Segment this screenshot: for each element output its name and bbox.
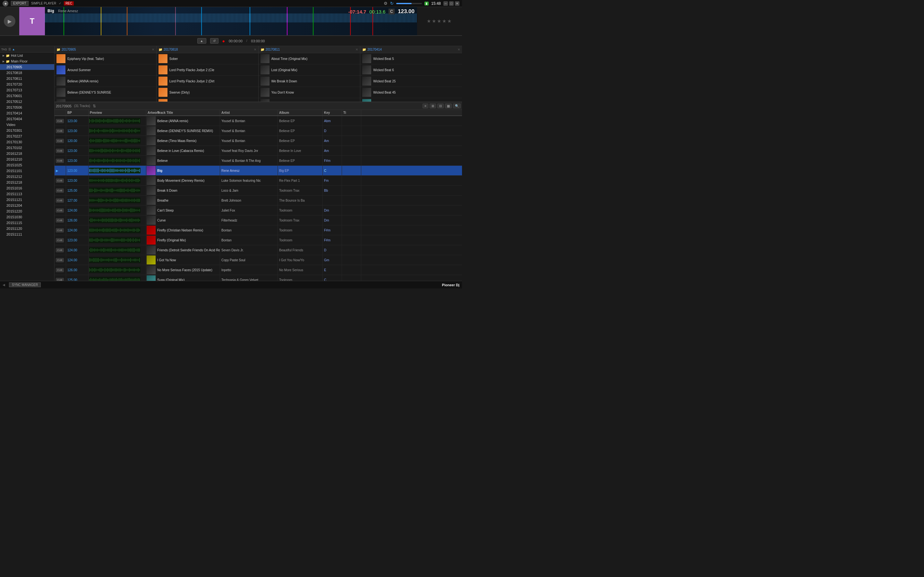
- list-item[interactable]: Lost (Original Mix): [258, 64, 360, 76]
- cue-button[interactable]: CUE: [56, 149, 64, 153]
- sidebar-item-20161218[interactable]: 20161218: [0, 151, 54, 156]
- cue-button[interactable]: CUE: [56, 238, 64, 242]
- table-row[interactable]: ▶ 123.00 Big Rene Amesz Big EP C: [55, 166, 462, 176]
- up-arrow-button[interactable]: ▲: [197, 38, 206, 44]
- pane-close-4[interactable]: ✕: [457, 48, 460, 51]
- list-item[interactable]: We Break It Down: [258, 76, 360, 87]
- th-title[interactable]: Track Title: [156, 110, 220, 115]
- sidebar-item-main floor[interactable]: ▶📁Main Floor: [0, 58, 54, 64]
- sync-manager-button[interactable]: SYNC MANAGER: [9, 282, 41, 287]
- sidebar-item-20170720[interactable]: 20170720: [0, 81, 54, 87]
- list-item[interactable]: Lord Pretty Flacko Jodye 2 (Cle: [157, 64, 258, 76]
- cue-button[interactable]: CUE: [56, 189, 64, 193]
- cue-button[interactable]: CUE: [56, 278, 64, 281]
- sidebar-item-20170905[interactable]: 20170905: [0, 64, 54, 70]
- list-item[interactable]: Wicked Beat 5: [360, 53, 462, 64]
- sidebar-item-20151111[interactable]: 20151111: [0, 231, 54, 237]
- table-row[interactable]: CUE 126.00 Curve Filterheadz Toolroom Tr…: [55, 215, 462, 226]
- cue-button[interactable]: CUE: [56, 139, 64, 143]
- table-row[interactable]: CUE 126.00 No More Serious Faces (2015 U…: [55, 265, 462, 275]
- sidebar-item-20161210[interactable]: 20161210: [0, 156, 54, 162]
- table-row[interactable]: CUE 123.00 Firefly (Original Mix) Bontan…: [55, 235, 462, 245]
- sidebar-item-20170713[interactable]: 20170713: [0, 87, 54, 93]
- cue-button[interactable]: CUE: [56, 198, 64, 203]
- list-item[interactable]: Your whay: [258, 98, 360, 102]
- table-row[interactable]: CUE 123.00 Believe (ANNA remix) Yousef &…: [55, 116, 462, 126]
- export-button[interactable]: EXPORT: [11, 1, 29, 6]
- cue-button[interactable]: CUE: [56, 159, 64, 163]
- list-item[interactable]: Wicked Beat 45: [360, 87, 462, 98]
- th-key[interactable]: Key: [323, 110, 342, 115]
- list-item[interactable]: Wicked Beat 25: [360, 76, 462, 87]
- sidebar-item-20170130[interactable]: 20170130: [0, 139, 54, 145]
- sidebar-toggle-icon[interactable]: ◀: [3, 283, 5, 287]
- settings-icon[interactable]: ⚙: [384, 1, 388, 6]
- cue-button[interactable]: CUE: [56, 129, 64, 133]
- table-row[interactable]: CUE 125.00 Break It Down Loco & Jam Tool…: [55, 185, 462, 195]
- sidebar-item-20151204[interactable]: 20151204: [0, 203, 54, 208]
- sidebar-item-20151113[interactable]: 20151113: [0, 191, 54, 197]
- sidebar-item-20170102[interactable]: 20170102: [0, 145, 54, 151]
- list-item[interactable]: Believe (ANNA remix): [55, 76, 156, 87]
- play-button[interactable]: ▶: [4, 15, 15, 27]
- th-album[interactable]: Album: [278, 110, 323, 115]
- star-rating[interactable]: ★★★★★: [427, 18, 452, 24]
- sidebar-item-20151025[interactable]: 20151025: [0, 162, 54, 168]
- sidebar-item-20170227[interactable]: 20170227: [0, 133, 54, 139]
- table-row[interactable]: CUE 120.00 Believe (Timo Maas Remix) You…: [55, 136, 462, 146]
- sidebar-item-20151220[interactable]: 20151220: [0, 208, 54, 214]
- cue-button[interactable]: CUE: [56, 268, 64, 272]
- list-item[interactable]: Epiphany Vip (feat. Tailor): [55, 53, 156, 64]
- list-item[interactable]: Epiphany Vip (feat. Tailor): [157, 98, 258, 102]
- sidebar-item-hot list[interactable]: ▶📁Hot List: [0, 53, 54, 58]
- th-bp[interactable]: BP: [66, 110, 89, 115]
- list-item[interactable]: Suga (Original Mix): [360, 98, 462, 102]
- sidebar-item-20170818[interactable]: 20170818: [0, 70, 54, 76]
- sidebar-item-20151115[interactable]: 20151115: [0, 220, 54, 226]
- list-item[interactable]: Believe (Timo Maas Remix): [55, 98, 156, 102]
- list-item[interactable]: Swerve (Dirty): [157, 87, 258, 98]
- sidebar-item-20151121[interactable]: 20151121: [0, 197, 54, 203]
- table-row[interactable]: CUE 124.00 Friends (Detroit Swindle Frie…: [55, 245, 462, 255]
- th-ti[interactable]: Ti: [342, 110, 361, 115]
- sidebar-item-20170601[interactable]: 20170601: [0, 93, 54, 99]
- search-button[interactable]: 🔍: [453, 103, 461, 108]
- table-row[interactable]: CUE 123.00 Believe (DENNEY'S SUNRISE REM…: [55, 126, 462, 136]
- sidebar-item-20170414[interactable]: 20170414: [0, 110, 54, 116]
- sort-icon[interactable]: ▲: [12, 48, 15, 51]
- sidebar-item-20170811[interactable]: 20170811: [0, 76, 54, 81]
- sidebar-item-20170301[interactable]: 20170301: [0, 127, 54, 133]
- table-row[interactable]: CUE 125.00 Suga (Original Mix) Technasia…: [55, 275, 462, 281]
- sidebar-item-20170404[interactable]: 20170404: [0, 116, 54, 122]
- th-artist[interactable]: Artist: [220, 110, 278, 115]
- sidebar-item-20151030[interactable]: 20151030: [0, 214, 54, 220]
- cue-button[interactable]: CUE: [56, 208, 64, 213]
- sidebar-item-20170506[interactable]: 20170506: [0, 105, 54, 110]
- list-item[interactable]: Around Summer: [55, 64, 156, 76]
- pane-close-3[interactable]: ✕: [355, 48, 358, 51]
- sidebar-item-20170512[interactable]: 20170512: [0, 99, 54, 105]
- list-item[interactable]: Believe (DENNEY'S SUNRISE: [55, 87, 156, 98]
- pane-close-1[interactable]: ✕: [152, 48, 154, 51]
- loop-button[interactable]: ↺: [210, 38, 218, 44]
- table-row[interactable]: CUE 127.00 Breathe Brett Johnson The Bou…: [55, 195, 462, 205]
- close-button[interactable]: ✕: [455, 1, 459, 6]
- cue-button[interactable]: CUE: [56, 119, 64, 123]
- sidebar-item-20151016[interactable]: 20151016: [0, 185, 54, 191]
- expand-icon[interactable]: ⇅: [93, 104, 96, 108]
- list-item[interactable]: You Don't Know: [258, 87, 360, 98]
- cue-button[interactable]: CUE: [56, 228, 64, 232]
- list-item[interactable]: About Time (Original Mix): [258, 53, 360, 64]
- maximize-button[interactable]: □: [449, 1, 454, 6]
- artwork-view-button[interactable]: ▦: [445, 103, 452, 108]
- cue-button[interactable]: CUE: [56, 218, 64, 222]
- sidebar-item-20151101[interactable]: 20151101: [0, 168, 54, 174]
- table-row[interactable]: CUE 124.00 Can't Sleep Juliet Fox Toolro…: [55, 205, 462, 215]
- sidebar-item-20151218[interactable]: 20151218: [0, 179, 54, 185]
- list-item[interactable]: Wicked Beat 6: [360, 64, 462, 76]
- list-item[interactable]: Lord Pretty Flacko Jodye 2 (Dirt: [157, 76, 258, 87]
- table-row[interactable]: CUE 123.00 Believe Yousef & Bontan ft Th…: [55, 156, 462, 166]
- grid-view-button[interactable]: ⊞: [430, 103, 436, 108]
- table-row[interactable]: CUE 124.00 I Got Ya Now Copy Paste Soul …: [55, 255, 462, 265]
- sidebar-item-20151120[interactable]: 20151120: [0, 226, 54, 231]
